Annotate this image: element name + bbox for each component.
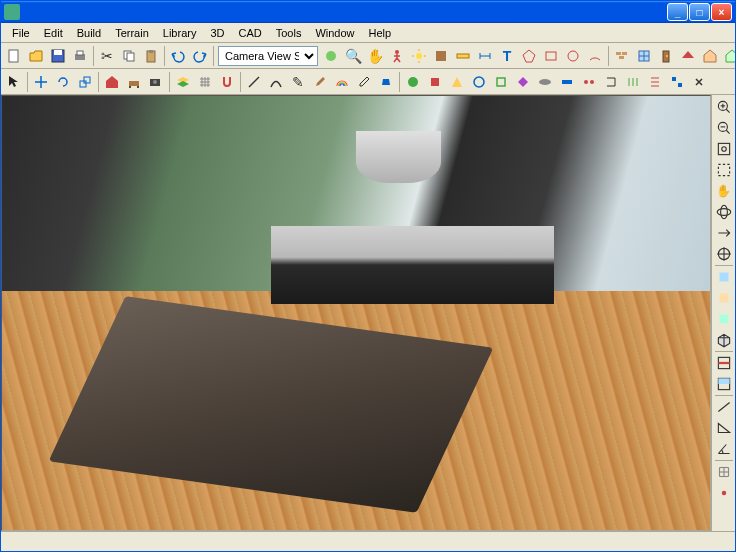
tool-j-icon[interactable] <box>600 71 622 93</box>
zoom-window-icon[interactable] <box>714 160 734 180</box>
save-icon[interactable] <box>47 45 69 67</box>
tool-c-icon[interactable] <box>446 71 468 93</box>
measure-icon[interactable] <box>452 45 474 67</box>
rotate-icon[interactable] <box>52 71 74 93</box>
minimize-button[interactable]: _ <box>667 3 688 21</box>
angle-icon[interactable] <box>714 439 734 459</box>
view-front-icon[interactable] <box>714 288 734 308</box>
cut-icon[interactable]: ✂ <box>96 45 118 67</box>
view-iso-icon[interactable] <box>714 330 734 350</box>
orbit-icon[interactable] <box>714 202 734 222</box>
move-icon[interactable] <box>30 71 52 93</box>
clip-icon[interactable] <box>714 374 734 394</box>
wall-icon[interactable] <box>611 45 633 67</box>
svg-point-23 <box>568 51 578 61</box>
paste-icon[interactable] <box>140 45 162 67</box>
zoom-in-icon[interactable] <box>714 97 734 117</box>
rainbow-icon[interactable] <box>331 71 353 93</box>
menu-edit[interactable]: Edit <box>37 25 70 41</box>
text-icon[interactable]: T <box>496 45 518 67</box>
tool-g-icon[interactable] <box>534 71 556 93</box>
menu-3d[interactable]: 3D <box>203 25 231 41</box>
menu-window[interactable]: Window <box>308 25 361 41</box>
svg-point-82 <box>721 147 726 152</box>
door-icon[interactable] <box>655 45 677 67</box>
furniture-icon[interactable] <box>123 71 145 93</box>
arc-icon[interactable] <box>584 45 606 67</box>
svg-point-64 <box>584 80 588 84</box>
zoom-fit-icon[interactable] <box>714 139 734 159</box>
light-icon[interactable] <box>408 45 430 67</box>
maximize-button[interactable]: □ <box>689 3 710 21</box>
view-top-icon[interactable] <box>714 267 734 287</box>
menu-library[interactable]: Library <box>156 25 204 41</box>
tool-a-icon[interactable] <box>402 71 424 93</box>
tool-b-icon[interactable] <box>424 71 446 93</box>
close-button[interactable]: × <box>711 3 732 21</box>
layers-icon[interactable] <box>172 71 194 93</box>
redo-icon[interactable] <box>189 45 211 67</box>
print-icon[interactable] <box>69 45 91 67</box>
camera-view-combo[interactable]: Camera View Set <box>218 46 318 66</box>
eyedrop-icon[interactable] <box>353 71 375 93</box>
rise-icon[interactable] <box>714 418 734 438</box>
curve-icon[interactable] <box>265 71 287 93</box>
new-icon[interactable] <box>3 45 25 67</box>
tool-l-icon[interactable] <box>644 71 666 93</box>
pencil-icon[interactable]: ✎ <box>287 71 309 93</box>
menu-tools[interactable]: Tools <box>269 25 309 41</box>
open-icon[interactable] <box>25 45 47 67</box>
tool-d-icon[interactable] <box>468 71 490 93</box>
tool-m-icon[interactable] <box>666 71 688 93</box>
poly-icon[interactable] <box>518 45 540 67</box>
tool-k-icon[interactable] <box>622 71 644 93</box>
render-icon[interactable] <box>320 45 342 67</box>
walk-icon[interactable] <box>386 45 408 67</box>
section-icon[interactable] <box>714 353 734 373</box>
snap-icon[interactable] <box>216 71 238 93</box>
menu-help[interactable]: Help <box>362 25 399 41</box>
view-side-icon[interactable] <box>714 309 734 329</box>
line-icon[interactable] <box>243 71 265 93</box>
svg-rect-81 <box>718 143 729 154</box>
pan-icon[interactable]: ✋ <box>364 45 386 67</box>
window-icon[interactable] <box>633 45 655 67</box>
grid-toggle-icon[interactable] <box>714 462 734 482</box>
bucket-icon[interactable] <box>375 71 397 93</box>
tool-h-icon[interactable] <box>556 71 578 93</box>
undo-icon[interactable] <box>167 45 189 67</box>
select-icon[interactable] <box>3 71 25 93</box>
toolbar-tools: ✎ <box>1 69 735 95</box>
dims-icon[interactable] <box>474 45 496 67</box>
svg-rect-61 <box>497 78 505 86</box>
tool-f-icon[interactable] <box>512 71 534 93</box>
rect-icon[interactable] <box>540 45 562 67</box>
tool-e-icon[interactable] <box>490 71 512 93</box>
grid-icon[interactable] <box>194 71 216 93</box>
fly-icon[interactable] <box>714 223 734 243</box>
roof-icon[interactable] <box>677 45 699 67</box>
scale-icon[interactable] <box>74 71 96 93</box>
camera-tool-icon[interactable] <box>145 71 167 93</box>
house2-icon[interactable] <box>721 45 735 67</box>
menu-cad[interactable]: CAD <box>231 25 268 41</box>
circle-icon[interactable] <box>562 45 584 67</box>
house-tool-icon[interactable] <box>101 71 123 93</box>
menu-terrain[interactable]: Terrain <box>108 25 156 41</box>
brush-icon[interactable] <box>309 71 331 93</box>
svg-point-31 <box>666 55 668 57</box>
crosshair-icon[interactable] <box>714 244 734 264</box>
snap-toggle-icon[interactable] <box>714 483 734 503</box>
zoom-out-icon[interactable] <box>714 118 734 138</box>
tool-n-icon[interactable] <box>688 71 710 93</box>
zoom-icon[interactable]: 🔍 <box>342 45 364 67</box>
slope-icon[interactable] <box>714 397 734 417</box>
house1-icon[interactable] <box>699 45 721 67</box>
menu-build[interactable]: Build <box>70 25 108 41</box>
material-icon[interactable] <box>430 45 452 67</box>
pan-tool-icon[interactable]: ✋ <box>714 181 734 201</box>
copy-icon[interactable] <box>118 45 140 67</box>
tool-i-icon[interactable] <box>578 71 600 93</box>
menu-file[interactable]: File <box>5 25 37 41</box>
viewport-3d[interactable] <box>1 95 711 531</box>
